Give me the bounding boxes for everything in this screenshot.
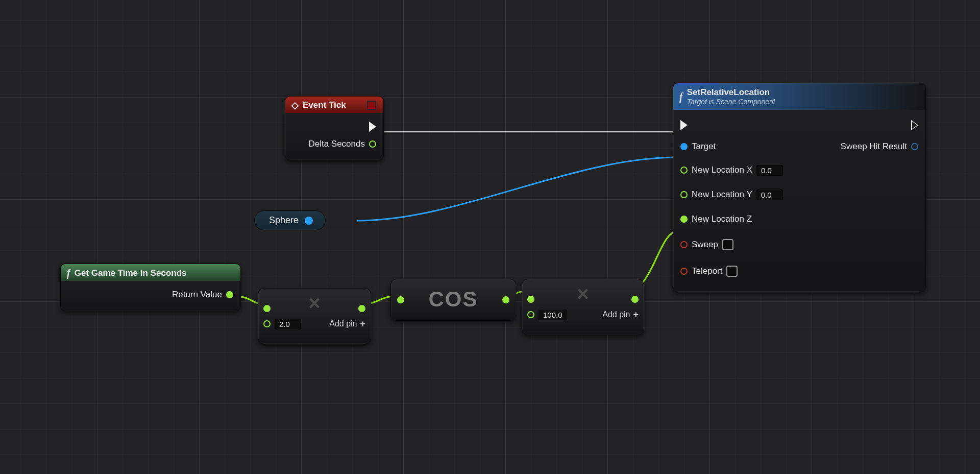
add-pin-button[interactable]: Add pin + [329, 319, 365, 329]
pin-label: Delta Seconds [308, 139, 365, 149]
float-in-pin[interactable] [680, 191, 688, 198]
float-in-pin[interactable] [680, 216, 688, 223]
float-input-value[interactable]: 0.0 [756, 189, 783, 200]
pin-label: New Location Z [692, 214, 752, 224]
event-enabled-indicator [367, 101, 376, 110]
function-icon: f [679, 91, 683, 103]
struct-out-pin[interactable] [911, 143, 918, 150]
float-out-pin[interactable] [369, 140, 376, 148]
node-header[interactable]: f SetRelativeLocation Target is Scene Co… [673, 83, 925, 110]
float-in-pin[interactable] [397, 296, 404, 303]
blueprint-graph[interactable]: ◇ Event Tick Delta Seconds Sphere f [0, 0, 980, 474]
node-get-game-time[interactable]: f Get Game Time in Seconds Return Value [60, 264, 241, 311]
bool-checkbox[interactable] [722, 239, 733, 250]
add-pin-label: Add pin [602, 310, 630, 319]
node-multiply-1[interactable]: × 2.0 Add pin + [258, 288, 371, 344]
float-in-pin[interactable] [680, 167, 688, 174]
pin-label: Target [692, 141, 716, 152]
float-input-value[interactable]: 0.0 [756, 165, 783, 176]
bool-in-pin[interactable] [680, 268, 688, 275]
float-input-value[interactable]: 2.0 [275, 319, 301, 329]
float-in-pin-a[interactable] [527, 296, 534, 303]
variable-label: Sphere [269, 215, 299, 226]
float-in-pin-b[interactable] [527, 311, 534, 318]
node-variable-sphere[interactable]: Sphere [254, 210, 326, 230]
float-out-pin[interactable] [502, 296, 509, 303]
node-cos[interactable]: COS [390, 279, 516, 321]
pin-label: Return Value [172, 290, 222, 300]
node-event-tick[interactable]: ◇ Event Tick Delta Seconds [285, 96, 384, 160]
node-title: Get Game Time in Seconds [75, 268, 187, 278]
add-pin-button[interactable]: Add pin + [602, 310, 639, 320]
plus-icon: + [360, 319, 365, 329]
event-icon: ◇ [291, 100, 299, 111]
plus-icon: + [633, 310, 639, 320]
node-subtitle: Target is Scene Component [687, 98, 775, 106]
node-multiply-2[interactable]: × 100.0 Add pin + [522, 279, 644, 335]
float-out-pin[interactable] [631, 296, 639, 303]
exec-out-pin[interactable] [369, 122, 376, 132]
function-icon: f [67, 267, 70, 279]
pin-label: Teleport [692, 266, 722, 276]
float-out-pin[interactable] [358, 305, 365, 312]
object-out-pin[interactable] [305, 217, 313, 225]
add-pin-label: Add pin [329, 319, 357, 328]
pin-label: Sweep [692, 240, 718, 250]
pin-label: New Location Y [692, 189, 752, 200]
exec-out-pin[interactable] [911, 120, 918, 130]
pin-label: New Location X [692, 165, 752, 175]
pin-label: Sweep Hit Result [841, 141, 907, 152]
node-title: SetRelativeLocation [687, 87, 770, 97]
float-out-pin[interactable] [226, 291, 233, 298]
exec-in-pin[interactable] [680, 120, 688, 130]
node-title: Event Tick [303, 100, 346, 110]
float-in-pin-a[interactable] [263, 305, 271, 312]
node-set-relative-location[interactable]: f SetRelativeLocation Target is Scene Co… [673, 83, 926, 292]
node-header[interactable]: ◇ Event Tick [285, 97, 383, 113]
float-in-pin-b[interactable] [263, 320, 271, 327]
node-header[interactable]: f Get Game Time in Seconds [61, 264, 240, 281]
float-input-value[interactable]: 100.0 [538, 310, 567, 320]
bool-in-pin[interactable] [680, 241, 688, 248]
target-in-pin[interactable] [680, 143, 688, 150]
bool-checkbox[interactable] [726, 266, 738, 277]
